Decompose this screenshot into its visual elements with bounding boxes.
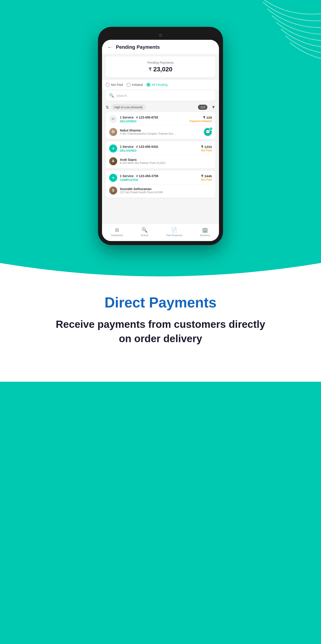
payment-status-2: Not Paid xyxy=(201,149,212,152)
dashboard-label: Dashboard xyxy=(111,234,123,236)
phone-screen: ← Pending Payments Pending Payments ₹ 23… xyxy=(102,40,219,241)
status-2: DELIVERED xyxy=(120,149,158,152)
payment-status-1: Payment Initiated xyxy=(190,120,212,123)
wave-divider xyxy=(0,263,321,290)
avatar-sourabh: S xyxy=(109,186,117,194)
amount-2: ₹ 1233 xyxy=(201,145,212,149)
decorative-lines xyxy=(214,0,321,64)
sort-icon[interactable]: ⇅ xyxy=(106,105,109,110)
payment-card-3[interactable]: ✕ 1 Service # 123-456-3758 COMPLETED ₹ 3… xyxy=(106,170,215,198)
filter-tab-initiated[interactable]: Initiated xyxy=(127,83,143,87)
phone-outer: ← Pending Payments Pending Payments ₹ 23… xyxy=(98,27,223,245)
past-requests-icon: 📄 xyxy=(171,227,177,233)
service-count-1: 1 Service # 123-456-8792 xyxy=(120,116,158,119)
card-1-left: 👁 1 Service # 123-456-8792 DELIVERED xyxy=(109,115,158,123)
customer-address-3: 123 Sai Chowk Aundh Pune 411045 xyxy=(120,191,212,194)
search-icon: 🔍 xyxy=(109,93,114,98)
search-bar[interactable]: 🔍 Search xyxy=(106,90,215,100)
screen-content: ← Pending Payments Pending Payments ₹ 23… xyxy=(102,40,219,241)
filter-label-all-pending: All Pending xyxy=(152,83,168,86)
card-2-bottom: A Arati Sapra B 203 Mont Vert Pashan Pun… xyxy=(109,155,212,165)
sort-bar: ⇅ High to Low (Amount) 123 ▼ xyxy=(102,102,219,112)
card-3-left: ✕ 1 Service # 123-456-3758 COMPLETED xyxy=(109,174,158,182)
back-button[interactable]: ← xyxy=(107,44,112,50)
customer-name-1: Nakul Sharma xyxy=(120,128,204,132)
amount-1: ₹ 129 xyxy=(203,116,212,120)
promo-description: Receive payments from customers directly… xyxy=(49,317,272,346)
app-header: ← Pending Payments xyxy=(102,40,219,54)
customer-name-2: Arati Sapra xyxy=(120,158,212,162)
card-2-top: ✕ 1 Service # 123-456-5432 DELIVERED ₹ 1… xyxy=(109,144,212,152)
avatar-3: S xyxy=(109,186,117,194)
radio-inner xyxy=(147,84,150,86)
no-icon-2: ✕ xyxy=(112,147,115,150)
customer-info-1: Nakul Sharma A 401 Chandravarsha Complex… xyxy=(120,128,204,135)
search-nav-icon: 🔍 xyxy=(142,227,148,233)
payment-card-2[interactable]: ✕ 1 Service # 123-456-5432 DELIVERED ₹ 1… xyxy=(106,141,215,168)
filter-icon[interactable]: ▼ xyxy=(211,105,215,110)
card-1-right: ₹ 129 Payment Initiated xyxy=(190,116,212,123)
card-1-bottom: N Nakul Sharma A 401 Chandravarsha Compl… xyxy=(109,126,212,136)
rupee-symbol: ₹ xyxy=(149,67,152,72)
pending-card-label: Pending Payments xyxy=(110,61,211,64)
amount-value: 23,020 xyxy=(153,66,172,73)
card-2-right: ₹ 1233 Not Paid xyxy=(201,145,212,152)
card-2-service-info: 1 Service # 123-456-5432 DELIVERED xyxy=(120,145,158,152)
customer-name-3: Sourabh Sethuraman xyxy=(120,187,212,191)
radio-all-pending xyxy=(147,83,151,87)
nav-search[interactable]: 🔍 Search xyxy=(141,227,149,236)
card-3-service-info: 1 Service # 123-456-3758 COMPLETED xyxy=(120,174,158,182)
past-requests-label: Past Requests xyxy=(166,234,182,236)
search-label: Search xyxy=(141,234,149,236)
count-badge: 123 xyxy=(198,105,207,110)
customer-address-2: B 203 Mont Vert Pashan Pune 411021 xyxy=(120,162,212,164)
card-3-right: ₹ 3446 Not Paid xyxy=(201,174,212,181)
card-1-service-info: 1 Service # 123-456-8792 DELIVERED xyxy=(120,116,158,123)
pending-amount: ₹ 23,020 xyxy=(110,66,211,73)
promo-title: Direct Payments xyxy=(27,294,294,311)
customer-address-1: A 401 Chandravarsha Complex, Pashan-Sus … xyxy=(120,132,204,135)
no-icon-3: ✕ xyxy=(112,176,115,180)
avatar-1: N xyxy=(109,128,117,136)
radio-not-paid xyxy=(106,83,110,87)
phone-notch xyxy=(102,31,219,40)
business-icon: 🏢 xyxy=(202,227,208,233)
spacer xyxy=(102,200,219,224)
chat-button-1[interactable]: 💬 1 xyxy=(204,128,212,136)
promo-section-wrapper: Direct Payments Receive payments from cu… xyxy=(0,263,321,382)
sort-pill[interactable]: High to Low (Amount) xyxy=(111,104,146,110)
service-icon-3: ✕ xyxy=(109,174,117,182)
filter-tab-all-pending[interactable]: All Pending xyxy=(147,83,168,87)
service-icon-2: ✕ xyxy=(109,144,117,152)
filter-tabs: Not Paid Initiated All Pending xyxy=(102,80,219,90)
customer-info-2: Arati Sapra B 203 Mont Vert Pashan Pune … xyxy=(120,158,212,164)
chat-count-1: 1 xyxy=(209,127,213,130)
card-1-top: 👁 1 Service # 123-456-8792 DELIVERED ₹ 1… xyxy=(109,115,212,123)
nav-business[interactable]: 🏢 Business xyxy=(200,227,210,236)
status-3: COMPLETED xyxy=(120,178,158,182)
nav-past-requests[interactable]: 📄 Past Requests xyxy=(166,227,182,236)
business-label: Business xyxy=(200,234,210,236)
eye-icon: 👁 xyxy=(111,117,115,121)
phone-camera xyxy=(159,34,162,37)
nav-dashboard[interactable]: ⊞ Dashboard xyxy=(111,227,123,236)
dashboard-icon: ⊞ xyxy=(115,227,119,233)
filter-label-initiated: Initiated xyxy=(132,83,143,86)
service-icon-1: 👁 xyxy=(109,115,117,123)
avatar-arati: A xyxy=(109,157,117,165)
payment-card-1[interactable]: 👁 1 Service # 123-456-8792 DELIVERED ₹ 1… xyxy=(106,112,215,139)
avatar-2: A xyxy=(109,157,117,165)
card-3-top: ✕ 1 Service # 123-456-3758 COMPLETED ₹ 3… xyxy=(109,174,212,182)
amount-3: ₹ 3446 xyxy=(201,174,212,178)
search-input[interactable]: Search xyxy=(116,94,127,98)
service-count-3: 1 Service # 123-456-3758 xyxy=(120,174,158,178)
filter-tab-not-paid[interactable]: Not Paid xyxy=(106,83,123,87)
pending-summary-card: Pending Payments ₹ 23,020 xyxy=(106,56,215,77)
payment-cards-list: 👁 1 Service # 123-456-8792 DELIVERED ₹ 1… xyxy=(102,112,219,200)
radio-initiated xyxy=(127,83,131,87)
avatar-nakul: N xyxy=(109,128,117,136)
card-2-left: ✕ 1 Service # 123-456-5432 DELIVERED xyxy=(109,144,158,152)
service-count-2: 1 Service # 123-456-5432 xyxy=(120,145,158,148)
bottom-navigation: ⊞ Dashboard 🔍 Search 📄 Past Requests xyxy=(102,224,219,241)
page: ← Pending Payments Pending Payments ₹ 23… xyxy=(0,0,321,644)
